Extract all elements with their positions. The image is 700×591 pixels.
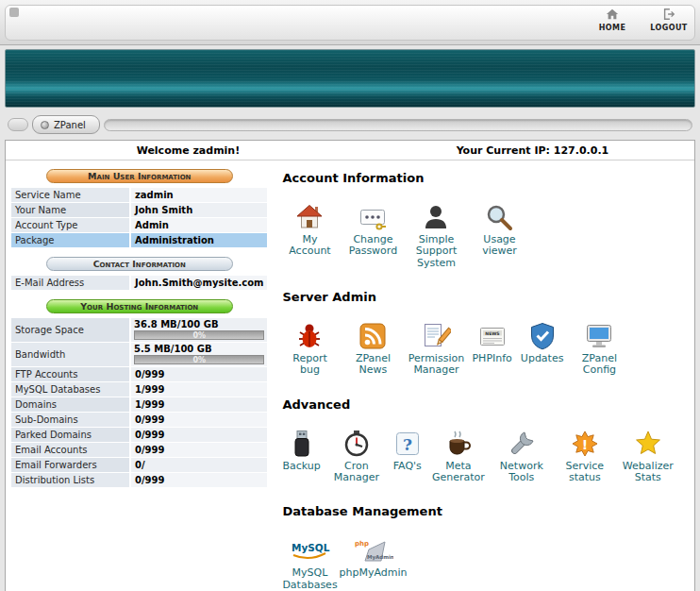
top-links: HOME LOGOUT xyxy=(591,8,691,32)
zpanel-config-monitor-icon xyxy=(584,319,614,351)
webalizer-star-icon xyxy=(633,427,663,459)
app-change-password[interactable]: Change Password xyxy=(345,200,400,258)
top-toolbar: HOME LOGOUT xyxy=(0,0,700,45)
tab-label: ZPanel xyxy=(54,120,86,130)
svg-text:MyAdmin: MyAdmin xyxy=(367,554,393,561)
bandwidth-value: 5.5 MB/100 GB xyxy=(134,344,264,354)
meta-generator-coffee-icon xyxy=(443,427,474,459)
rss-news-icon xyxy=(358,319,388,351)
database-management-apps: MySQL MySQL Databases php MyAdmin xyxy=(282,533,689,591)
info-row-mysql-databases: MySQL Databases 1/999 xyxy=(11,382,267,397)
meter-row-storage: Storage Space 36.8 MB/100 GB 0% xyxy=(11,318,267,342)
tab-bar: ZPanel xyxy=(8,113,692,136)
app-backup[interactable]: Backup xyxy=(282,427,320,472)
bandwidth-usage-bar: 0% xyxy=(134,355,264,364)
info-row-domains: Domains 1/999 xyxy=(11,397,267,412)
main-content: Account Information My Account xyxy=(267,167,689,591)
app-permission-manager[interactable]: Permission Manager xyxy=(408,319,463,377)
logout-button[interactable]: LOGOUT xyxy=(647,8,691,32)
home-icon xyxy=(606,8,619,21)
current-ip-text: Your Current IP: 127.0.0.1 xyxy=(371,144,694,157)
advanced-apps: Backup Cron Manager xyxy=(282,427,689,484)
faq-question-icon: ? xyxy=(392,427,423,459)
content-area: Main User Information Service Name zadmi… xyxy=(6,160,694,591)
home-button[interactable]: HOME xyxy=(591,8,634,32)
account-information-apps: My Account Change Password xyxy=(282,200,689,269)
storage-usage-bar: 0% xyxy=(134,330,264,340)
server-admin-apps: Report bug ZPanel News xyxy=(282,319,689,377)
phpinfo-news-icon: NEWS xyxy=(477,319,508,351)
tab-track xyxy=(104,119,692,131)
storage-value: 36.8 MB/100 GB xyxy=(134,319,264,329)
content-box: Welcome zadmin! Your Current IP: 127.0.0… xyxy=(5,140,695,591)
app-cron-manager[interactable]: Cron Manager xyxy=(329,427,384,484)
svg-text:?: ? xyxy=(403,435,412,454)
window-icon xyxy=(9,8,19,17)
app-phpinfo[interactable]: NEWS PHPInfo xyxy=(472,319,511,364)
tab-endcap xyxy=(8,118,28,131)
status-bar: Welcome zadmin! Your Current IP: 127.0.0… xyxy=(6,141,694,160)
my-account-icon xyxy=(294,200,325,232)
tab-bullet-icon xyxy=(41,121,49,129)
svg-text:php: php xyxy=(355,540,369,548)
app-webalizer-stats[interactable]: Webalizer Stats xyxy=(621,427,675,484)
updates-shield-icon xyxy=(527,319,558,351)
info-row-your-name: Your Name John Smith xyxy=(11,203,267,217)
section-title-advanced: Advanced xyxy=(282,397,689,412)
info-row-email-forwarders: Email Forwarders 0/ xyxy=(11,458,267,472)
mysql-logo-icon: MySQL xyxy=(289,533,330,566)
app-faqs[interactable]: ? FAQ's xyxy=(392,427,423,472)
phpmyadmin-logo-icon: php MyAdmin xyxy=(352,533,393,566)
info-row-service-name: Service Name zadmin xyxy=(11,188,267,202)
network-tools-wrench-icon xyxy=(507,427,537,459)
usage-viewer-icon xyxy=(484,200,514,232)
section-title-database-management: Database Management xyxy=(282,504,689,518)
info-row-package: Package Administration xyxy=(11,233,267,247)
tab-zpanel[interactable]: ZPanel xyxy=(32,115,100,134)
info-row-sub-domains: Sub-Domains 0/999 xyxy=(11,413,267,427)
app-phpmyadmin[interactable]: php MyAdmin phpMyAdmin xyxy=(345,533,400,579)
change-password-icon xyxy=(358,200,388,232)
zpanel-banner xyxy=(5,49,695,108)
app-zpanel-news[interactable]: ZPanel News xyxy=(345,319,400,377)
section-title-server-admin: Server Admin xyxy=(282,290,689,304)
section-header-contact-information: Contact Information xyxy=(46,257,233,271)
app-my-account[interactable]: My Account xyxy=(282,200,337,258)
info-row-email-accounts: Email Accounts 0/999 xyxy=(11,443,267,457)
section-header-hosting-information: Your Hosting Information xyxy=(46,299,233,313)
logout-icon xyxy=(662,8,675,21)
zpanel-page: HOME LOGOUT ZPanel Welcome zadmin! Your … xyxy=(0,0,700,591)
info-row-parked-domains: Parked Domains 0/999 xyxy=(11,428,267,442)
sidebar: Main User Information Service Name zadmi… xyxy=(11,167,267,591)
logout-label: LOGOUT xyxy=(650,24,687,32)
app-updates[interactable]: Updates xyxy=(521,319,564,364)
meter-row-bandwidth: Bandwidth 5.5 MB/100 GB 0% xyxy=(11,343,267,366)
welcome-text: Welcome zadmin! xyxy=(6,144,371,157)
section-header-main-user-information: Main User Information xyxy=(46,169,233,183)
app-meta-generator[interactable]: Meta Generator xyxy=(431,427,486,484)
support-system-icon xyxy=(421,200,451,232)
svg-text:NEWS: NEWS xyxy=(485,331,499,336)
info-row-ftp-accounts: FTP Accounts 0/999 xyxy=(11,367,267,381)
backup-usb-icon xyxy=(287,427,317,459)
permission-manager-icon xyxy=(421,319,451,351)
info-row-account-type: Account Type Admin xyxy=(11,218,267,232)
app-mysql-databases[interactable]: MySQL MySQL Databases xyxy=(282,533,337,591)
svg-text:MySQL: MySQL xyxy=(292,542,330,553)
info-row-distribution-lists: Distribution Lists 0/999 xyxy=(11,473,267,487)
svg-text:!: ! xyxy=(582,436,588,451)
info-row-email-address: E-Mail Address John.Smith@mysite.com xyxy=(11,276,267,290)
app-service-status[interactable]: ! Service status xyxy=(558,427,612,484)
app-usage-viewer[interactable]: Usage viewer xyxy=(472,200,526,258)
app-zpanel-config[interactable]: ZPanel Config xyxy=(572,319,626,377)
bug-icon xyxy=(294,319,325,351)
home-label: HOME xyxy=(599,24,626,32)
app-report-bug[interactable]: Report bug xyxy=(282,319,337,377)
section-title-account-information: Account Information xyxy=(282,171,689,185)
app-support-system[interactable]: Simple Support System xyxy=(408,200,463,269)
cron-clock-icon xyxy=(342,427,372,459)
app-network-tools[interactable]: Network Tools xyxy=(494,427,549,484)
service-status-warning-icon: ! xyxy=(570,427,600,459)
